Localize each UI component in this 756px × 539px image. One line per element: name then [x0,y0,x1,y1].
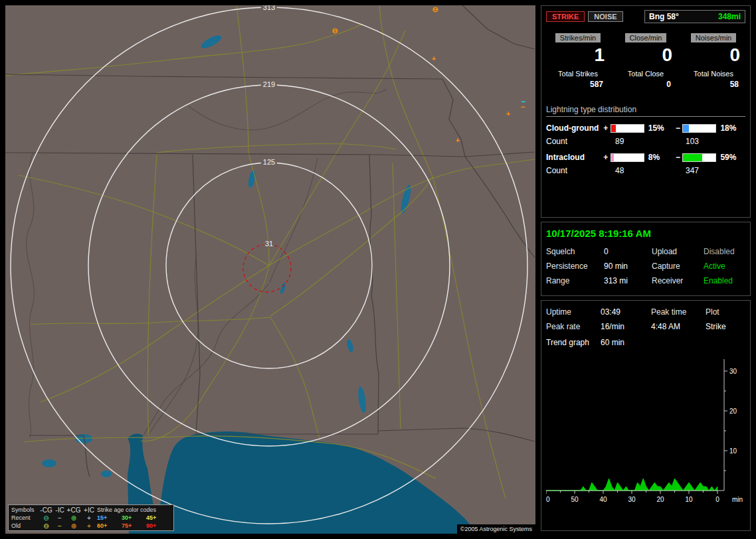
distance-value: 348mi [718,12,741,21]
cg-plus-percent: 15% [644,123,674,133]
minus-ic-icon: − [53,515,66,521]
trend-graph-label: Trend graph [546,338,601,347]
cg-minus-bar [682,124,716,133]
cg-minus-percent: 18% [716,123,745,133]
svg-text:30: 30 [628,496,636,503]
sidebar: STRIKE NOISE Bng 58° 348mi Strikes/min 1… [541,5,751,535]
svg-text:20: 20 [656,496,664,503]
cg-plus-count: 89 [605,137,675,146]
strike-marker: + [506,110,510,117]
strike-marker: − [521,104,525,110]
count-label: Count [546,137,605,146]
uptime-value: 03:49 [601,307,651,317]
strike-marker: ⊖ [331,27,337,34]
range-ring-label: 219 [261,80,277,88]
svg-text:min: min [732,496,743,503]
minus-sign: − [673,153,682,162]
total-close-label: Total Close [614,70,678,78]
lightning-map[interactable]: 313 219 125 31 ⊖⊖+++−− Symbols -CG -IC +… [5,5,535,534]
noises-per-min-button[interactable]: Noises/min [691,33,736,42]
peak-time-value: 4:48 AM [651,322,706,331]
capture-status: Active [704,262,745,271]
svg-text:0: 0 [715,496,719,503]
legend-row-label: Recent [11,514,39,521]
age-code: 45+ [146,514,171,521]
svg-text:60: 60 [546,496,550,503]
noises-column: Noises/min 0 Total Noises 58 [682,31,745,89]
plus-cg-icon: ⊕ [66,523,81,529]
strike-marker: + [456,137,460,143]
legend-col-header: +CG [66,507,81,513]
range-value: 313 mi [604,276,652,285]
svg-text:40: 40 [599,496,607,503]
legend-row-label: Old [11,522,39,529]
close-column: Close/min 0 Total Close 0 [614,31,678,89]
status-panel: 10/17/2025 8:19:16 AM Squelch 0 Upload D… [541,222,751,296]
strike-toggle-button[interactable]: STRIKE [546,11,585,22]
plus-sign: + [601,153,611,162]
svg-text:50: 50 [571,496,579,503]
minus-sign: − [673,123,682,133]
trend-panel: Uptime 03:49 Peak time Plot Peak rate 16… [541,300,751,531]
noise-toggle-button[interactable]: NOISE [588,11,622,22]
upload-status: Disabled [704,247,745,256]
minus-cg-icon: ⊖ [39,523,53,529]
plus-ic-icon: + [81,523,97,529]
age-code: 30+ [122,514,146,521]
range-ring-label: 313 [261,5,277,11]
datetime-display: 10/17/2025 8:19:16 AM [546,228,745,239]
squelch-label: Squelch [546,247,604,256]
age-code: 90+ [146,522,171,529]
receiver-label: Receiver [652,276,704,285]
trend-graph: 1020306050403020100min [546,350,747,509]
ic-minus-count: 347 [675,166,699,175]
ic-plus-count: 48 [605,166,675,175]
plus-ic-icon: + [81,515,97,521]
total-strikes-label: Total Strikes [546,70,610,78]
bearing-value: Bng 58° [649,12,679,21]
ic-plus-percent: 8% [644,153,674,162]
legend-age-header: Strike age color codes [97,506,171,513]
legend-col-header: +IC [81,507,97,513]
trend-graph-window: 60 min [601,338,745,347]
age-code: 75+ [122,522,146,529]
receiver-status: Enabled [704,276,745,285]
count-label: Count [546,166,605,175]
legend-symbols-header: Symbols [11,506,39,513]
close-per-min-button[interactable]: Close/min [625,33,667,42]
minus-ic-icon: − [53,523,66,529]
peak-rate-value: 16/min [601,322,651,331]
plus-cg-icon: ⊕ [66,515,81,521]
persistence-label: Persistence [546,262,604,271]
persistence-value: 90 min [604,262,652,271]
age-code: 60+ [97,522,122,529]
intracloud-label: Intracloud [546,153,601,162]
close-per-min-value: 0 [614,44,678,66]
legend-col-header: -IC [53,507,66,513]
range-ring-label: 31 [263,240,275,248]
plus-sign: + [601,123,611,133]
age-code: 15+ [97,514,122,521]
total-noises-value: 58 [682,80,745,89]
bearing-distance-box: Bng 58° 348mi [644,10,745,23]
plot-value: Strike [706,322,745,331]
total-close-value: 0 [614,80,678,89]
strikes-column: Strikes/min 1 Total Strikes 587 [546,31,610,89]
strike-marker: ⊖ [432,6,438,13]
total-strikes-value: 587 [546,80,610,89]
uptime-label: Uptime [546,307,601,317]
upload-label: Upload [652,247,704,256]
range-ring-label: 125 [261,158,277,166]
plot-label: Plot [706,307,745,317]
peak-rate-label: Peak rate [546,322,601,331]
distribution-title: Lightning type distribution [546,105,745,117]
squelch-value: 0 [604,247,652,256]
symbol-legend: Symbols -CG -IC +CG +IC Strike age color… [8,504,174,531]
strikes-per-min-button[interactable]: Strikes/min [555,33,601,42]
ic-minus-bar [682,153,716,162]
svg-text:10: 10 [729,447,737,455]
cg-plus-bar [611,124,644,133]
ic-plus-bar [611,153,644,162]
svg-text:10: 10 [685,496,693,503]
cloud-ground-label: Cloud-ground [546,123,601,133]
